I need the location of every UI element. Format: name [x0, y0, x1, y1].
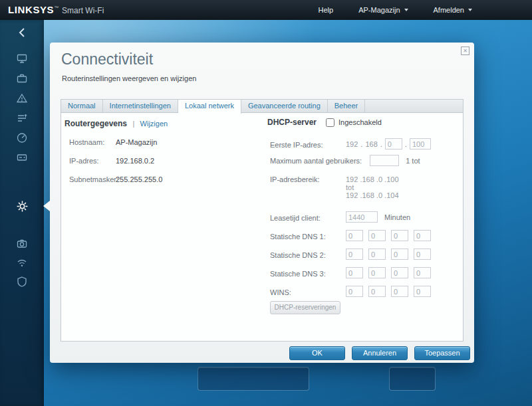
octet-dot: .	[405, 140, 407, 148]
first-ip-octet3-input[interactable]	[385, 138, 402, 150]
wins-octet2-input[interactable]	[368, 286, 386, 297]
topbar-menu: Help AP-Magazijn Afmelden	[319, 0, 472, 20]
help-label: Help	[319, 6, 334, 14]
storage-drive-icon	[16, 152, 28, 163]
subnet-mask-label: Subnetmasker:	[69, 175, 118, 183]
tab-beheer[interactable]: Beheer	[328, 100, 365, 112]
lease-time-suffix: Minuten	[384, 213, 410, 221]
wifi-icon	[16, 256, 28, 268]
dns1-octet2-input[interactable]	[368, 230, 386, 241]
dhcp-server-heading: DHCP-server	[267, 118, 317, 127]
wins-label: WINS:	[270, 288, 291, 296]
ip-range-start: 192 .168 .0 .100	[346, 175, 399, 183]
dns1-octet1-input[interactable]	[346, 230, 363, 241]
static-dns2-inputs	[346, 249, 436, 260]
max-users-label: Maximum aantal gebruikers:	[270, 157, 362, 165]
static-dns1-row: Statische DNS 1:	[270, 233, 462, 241]
sidebar-back-button[interactable]	[0, 24, 44, 41]
sidebar-nav	[0, 20, 44, 406]
dns1-octet3-input[interactable]	[391, 230, 408, 241]
trademark: ™	[54, 5, 59, 10]
sidebar-item-guest-access[interactable]	[0, 70, 44, 87]
tab-internetinstellingen[interactable]: Internetinstellingen	[103, 100, 178, 112]
ok-button[interactable]: OK	[289, 346, 345, 360]
wins-row: WINS:	[270, 288, 462, 296]
linksys-logo: LINKSYS™	[8, 4, 59, 15]
account-menu-item[interactable]: AP-Magazijn	[358, 6, 408, 14]
dns2-octet3-input[interactable]	[391, 249, 408, 260]
devices-icon	[16, 52, 28, 64]
router-info-heading: Routergegevens	[65, 119, 127, 128]
static-dns1-inputs	[346, 230, 436, 241]
dialog-subtitle: Routerinstellingen weergeven en wijzigen	[62, 74, 196, 82]
edit-link[interactable]: Wijzigen	[140, 120, 168, 128]
ip-range-connector: tot	[346, 183, 399, 191]
first-ip-octet4-input[interactable]	[410, 138, 431, 150]
ip-address-value: 192.168.0.2	[116, 157, 154, 165]
sidebar-item-parental-controls[interactable]	[0, 90, 44, 107]
dns3-octet3-input[interactable]	[391, 267, 408, 278]
lease-time-input[interactable]	[346, 211, 378, 223]
dimmed-background-button	[198, 367, 309, 391]
sidebar-item-speed-test[interactable]	[0, 129, 44, 146]
apply-button[interactable]: Toepassen	[414, 346, 470, 360]
suitcase-icon	[16, 72, 28, 84]
lease-time-row: Leasetijd client: Minuten	[270, 214, 462, 222]
tab-content-panel: Routergegevens | Wijzigen Hostnaam: AP-M…	[61, 112, 464, 342]
sidebar-item-wireless[interactable]	[0, 254, 44, 271]
wins-octet3-input[interactable]	[391, 286, 408, 297]
dns2-octet1-input[interactable]	[346, 249, 363, 260]
help-menu-item[interactable]: Help	[319, 6, 334, 14]
close-icon[interactable]: ✕	[461, 47, 469, 55]
ip-range-end: 192 .168 .0 .104	[346, 191, 399, 199]
dns3-octet4-input[interactable]	[414, 267, 431, 278]
sidebar-item-security[interactable]	[0, 273, 44, 290]
static-dns1-label: Statische DNS 1:	[270, 233, 326, 241]
sidebar-item-troubleshooting[interactable]	[0, 235, 44, 253]
brand-text: LINKSYS	[8, 4, 54, 15]
octet-dot: .	[360, 140, 362, 148]
cancel-button[interactable]: Annuleren	[352, 346, 408, 360]
selected-item-pointer	[43, 201, 50, 211]
logout-menu-item[interactable]: Afmelden	[434, 6, 472, 14]
gauge-icon	[16, 132, 28, 144]
first-ip-row: Eerste IP-adres: 192 . 168 . .	[270, 141, 462, 149]
subnet-mask-row: Subnetmasker: 255.255.255.0	[69, 175, 262, 183]
tab-normaal[interactable]: Normaal	[61, 100, 103, 112]
static-dns3-row: Statische DNS 3:	[270, 270, 462, 278]
max-users-row: Maximum aantal gebruikers: 1 tot	[270, 155, 462, 166]
sidebar-item-connectivity[interactable]	[0, 197, 44, 215]
subnet-mask-value: 255.255.255.0	[116, 175, 162, 183]
wins-octet4-input[interactable]	[414, 286, 431, 297]
tab-lokaal-netwerk[interactable]: Lokaal netwerk	[178, 100, 241, 114]
first-ip-octet2: 168	[365, 140, 377, 148]
hostname-label: Hostnaam:	[69, 138, 104, 146]
dns3-octet2-input[interactable]	[368, 267, 386, 278]
dns3-octet1-input[interactable]	[346, 267, 363, 278]
hostname-value: AP-Magazijn	[116, 138, 157, 146]
account-label: AP-Magazijn	[358, 6, 400, 14]
max-users-input[interactable]	[370, 155, 399, 166]
static-dns3-label: Statische DNS 3:	[270, 270, 326, 278]
dhcp-reservations-button[interactable]: DHCP-reserveringen	[270, 301, 340, 314]
sidebar-item-network-map[interactable]	[0, 50, 44, 67]
gear-icon	[16, 200, 29, 213]
shield-icon	[16, 276, 28, 288]
lease-time-label: Leasetijd client:	[270, 214, 321, 222]
caret-down-icon	[404, 9, 408, 11]
dhcp-enabled-checkbox[interactable]	[326, 118, 334, 127]
sidebar-item-external-storage[interactable]	[0, 149, 44, 166]
sidebar-item-media-prioritization[interactable]	[0, 110, 44, 127]
first-ip-controls: 192 . 168 . .	[346, 138, 431, 150]
tab-geavanceerde-routing[interactable]: Geavanceerde routing	[241, 100, 328, 112]
wins-inputs	[346, 286, 436, 297]
dns1-octet4-input[interactable]	[414, 230, 431, 241]
ip-address-label: IP-adres:	[69, 157, 99, 165]
dhcp-enabled-label: Ingeschakeld	[338, 118, 382, 126]
hostname-row: Hostnaam: AP-Magazijn	[69, 138, 262, 146]
dns2-octet2-input[interactable]	[368, 249, 386, 260]
wins-octet1-input[interactable]	[346, 286, 363, 297]
ip-range-label: IP-adresbereik:	[270, 175, 320, 183]
connectivity-dialog: ✕ Connectiviteit Routerinstellingen weer…	[50, 43, 474, 363]
dns2-octet4-input[interactable]	[414, 249, 431, 260]
